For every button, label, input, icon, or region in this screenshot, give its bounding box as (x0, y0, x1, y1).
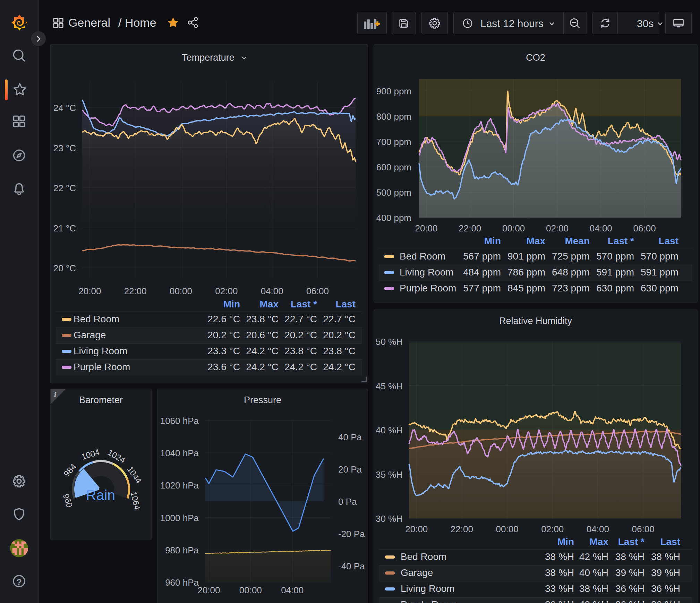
svg-text:1040 hPa: 1040 hPa (160, 448, 199, 458)
svg-text:20:00: 20:00 (405, 524, 428, 534)
svg-text:1064: 1064 (129, 491, 142, 511)
svg-text:23 °C: 23 °C (53, 143, 76, 153)
svg-text:960 hPa: 960 hPa (165, 577, 199, 588)
svg-text:06:00: 06:00 (306, 286, 329, 296)
svg-text:500 ppm: 500 ppm (376, 187, 411, 198)
svg-text:22:00: 22:00 (124, 286, 147, 296)
svg-text:-20 Pa: -20 Pa (338, 529, 365, 539)
svg-text:1020 hPa: 1020 hPa (160, 480, 199, 491)
svg-text:35 %H: 35 %H (376, 469, 403, 480)
svg-text:22:00: 22:00 (459, 223, 481, 233)
svg-text:00:00: 00:00 (239, 585, 262, 595)
svg-text:45 %H: 45 %H (376, 381, 403, 391)
svg-text:02:00: 02:00 (215, 286, 238, 296)
svg-text:20 °C: 20 °C (53, 263, 76, 273)
svg-text:04:00: 04:00 (590, 223, 612, 233)
svg-text:-40 Pa: -40 Pa (338, 561, 365, 571)
svg-text:06:00: 06:00 (632, 524, 655, 534)
svg-text:00:00: 00:00 (502, 223, 525, 233)
svg-text:40 Pa: 40 Pa (338, 432, 362, 442)
svg-text:02:00: 02:00 (541, 524, 564, 534)
svg-text:04:00: 04:00 (281, 585, 304, 595)
svg-text:40 %H: 40 %H (376, 425, 403, 435)
svg-text:04:00: 04:00 (587, 524, 609, 534)
svg-text:50 %H: 50 %H (376, 337, 403, 347)
svg-text:22:00: 22:00 (451, 524, 473, 534)
svg-text:00:00: 00:00 (170, 286, 192, 296)
svg-text:Rain: Rain (86, 487, 115, 503)
svg-text:900 ppm: 900 ppm (376, 86, 411, 96)
svg-text:400 ppm: 400 ppm (376, 213, 411, 223)
svg-text:30 %H: 30 %H (376, 513, 403, 524)
svg-text:800 ppm: 800 ppm (376, 111, 411, 122)
svg-text:20:00: 20:00 (197, 585, 220, 595)
svg-text:02:00: 02:00 (546, 223, 569, 233)
svg-text:700 ppm: 700 ppm (376, 137, 411, 147)
svg-text:04:00: 04:00 (261, 286, 283, 296)
svg-text:06:00: 06:00 (633, 223, 656, 233)
svg-text:20:00: 20:00 (78, 286, 101, 296)
svg-text:600 ppm: 600 ppm (376, 162, 411, 172)
svg-text:0 Pa: 0 Pa (338, 496, 357, 507)
svg-text:20:00: 20:00 (415, 223, 437, 233)
svg-text:22 °C: 22 °C (53, 183, 76, 193)
svg-text:1060 hPa: 1060 hPa (160, 416, 199, 426)
svg-text:980 hPa: 980 hPa (165, 545, 199, 555)
svg-text:00:00: 00:00 (496, 524, 519, 534)
svg-text:21 °C: 21 °C (53, 223, 76, 233)
svg-text:1004: 1004 (80, 447, 101, 461)
svg-text:20 Pa: 20 Pa (338, 464, 362, 475)
svg-text:1000 hPa: 1000 hPa (160, 513, 199, 523)
svg-text:24 °C: 24 °C (53, 103, 76, 113)
